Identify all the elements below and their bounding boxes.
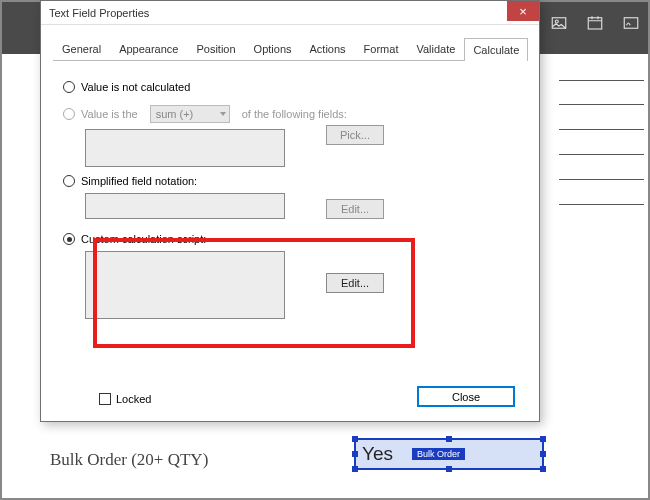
close-button[interactable]: Close <box>417 386 515 407</box>
field-value: Yes <box>362 443 393 465</box>
simplified-notation-box[interactable] <box>85 193 285 219</box>
svg-rect-3 <box>624 18 638 29</box>
locked-row[interactable]: Locked <box>99 393 151 405</box>
svg-rect-2 <box>588 18 602 29</box>
radio-simplified-label: Simplified field notation: <box>81 175 197 187</box>
text-field-properties-dialog: Text Field Properties × General Appearan… <box>40 0 540 422</box>
radio-not-calculated[interactable] <box>63 81 75 93</box>
locked-checkbox[interactable] <box>99 393 111 405</box>
dialog-titlebar: Text Field Properties × <box>41 1 539 25</box>
radio-row-not-calculated[interactable]: Value is not calculated <box>63 81 517 93</box>
date-icon[interactable] <box>586 14 604 34</box>
close-icon: × <box>519 4 527 19</box>
bulk-order-label: Bulk Order (20+ QTY) <box>50 450 208 470</box>
radio-custom-script[interactable] <box>63 233 75 245</box>
dialog-close-button[interactable]: × <box>507 1 539 21</box>
tab-actions[interactable]: Actions <box>301 37 355 60</box>
edit-custom-script-button[interactable]: Edit... <box>326 273 384 293</box>
tab-appearance[interactable]: Appearance <box>110 37 187 60</box>
tab-general[interactable]: General <box>53 37 110 60</box>
dialog-title: Text Field Properties <box>49 7 507 19</box>
radio-custom-script-label: Custom calculation script: <box>81 233 206 245</box>
radio-value-is-the[interactable] <box>63 108 75 120</box>
aggregate-dropdown[interactable]: sum (+) <box>150 105 230 123</box>
field-name-badge: Bulk Order <box>412 448 465 460</box>
pick-button[interactable]: Pick... <box>326 125 384 145</box>
radio-row-custom-script[interactable]: Custom calculation script: <box>63 233 517 245</box>
svg-point-1 <box>555 20 558 23</box>
radio-not-calculated-label: Value is not calculated <box>81 81 190 93</box>
radio-value-is-the-label: Value is the <box>81 108 138 120</box>
of-following-label: of the following fields: <box>242 108 347 120</box>
tab-options[interactable]: Options <box>245 37 301 60</box>
dialog-tabs: General Appearance Position Options Acti… <box>53 37 527 61</box>
tab-calculate[interactable]: Calculate <box>464 38 528 61</box>
table-gridlines <box>559 80 644 205</box>
tab-format[interactable]: Format <box>355 37 408 60</box>
radio-simplified[interactable] <box>63 175 75 187</box>
edit-simplified-button[interactable]: Edit... <box>326 199 384 219</box>
custom-script-box[interactable] <box>85 251 285 319</box>
signature-icon[interactable] <box>622 14 640 34</box>
calculate-panel: Value is not calculated Value is the sum… <box>41 61 539 341</box>
radio-row-simplified[interactable]: Simplified field notation: <box>63 175 517 187</box>
tab-position[interactable]: Position <box>187 37 244 60</box>
radio-row-value-is-the[interactable]: Value is the sum (+) of the following fi… <box>63 105 517 123</box>
selected-form-field[interactable]: Yes Bulk Order <box>354 438 544 470</box>
locked-label: Locked <box>116 393 151 405</box>
fields-list-box[interactable] <box>85 129 285 167</box>
image-icon[interactable] <box>550 14 568 34</box>
tab-validate[interactable]: Validate <box>407 37 464 60</box>
